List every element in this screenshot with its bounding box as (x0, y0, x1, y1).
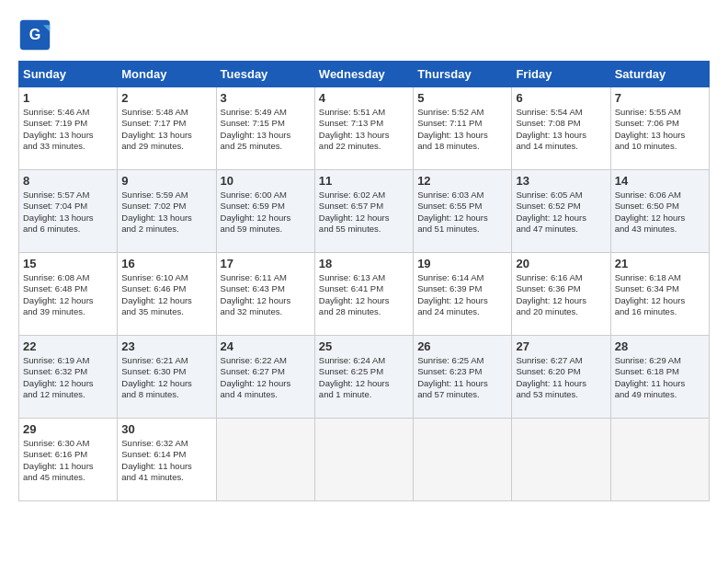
day-cell-3: 3Sunrise: 5:49 AM Sunset: 7:15 PM Daylig… (216, 87, 314, 170)
col-header-saturday: Saturday (610, 62, 709, 87)
day-info: Sunrise: 6:14 AM Sunset: 6:39 PM Dayligh… (417, 272, 507, 317)
day-info: Sunrise: 5:46 AM Sunset: 7:19 PM Dayligh… (23, 107, 113, 152)
day-cell-21: 21Sunrise: 6:18 AM Sunset: 6:34 PM Dayli… (610, 253, 709, 336)
day-info: Sunrise: 5:57 AM Sunset: 7:04 PM Dayligh… (23, 190, 113, 235)
day-cell-12: 12Sunrise: 6:03 AM Sunset: 6:55 PM Dayli… (414, 170, 512, 253)
day-info: Sunrise: 6:24 AM Sunset: 6:25 PM Dayligh… (319, 355, 409, 400)
day-info: Sunrise: 6:30 AM Sunset: 6:16 PM Dayligh… (23, 438, 113, 483)
day-number: 17 (221, 257, 311, 270)
col-header-sunday: Sunday (19, 62, 118, 87)
day-cell-27: 27Sunrise: 6:27 AM Sunset: 6:20 PM Dayli… (512, 336, 610, 419)
day-cell-5: 5Sunrise: 5:52 AM Sunset: 7:11 PM Daylig… (414, 87, 512, 170)
day-cell-20: 20Sunrise: 6:16 AM Sunset: 6:36 PM Dayli… (512, 253, 610, 336)
empty-cell (314, 419, 413, 501)
day-info: Sunrise: 6:29 AM Sunset: 6:18 PM Dayligh… (615, 355, 705, 400)
day-number: 28 (615, 339, 705, 353)
svg-text:G: G (29, 26, 41, 42)
logo: G (18, 18, 55, 52)
day-number: 6 (516, 91, 606, 105)
day-cell-14: 14Sunrise: 6:06 AM Sunset: 6:50 PM Dayli… (610, 170, 709, 253)
day-info: Sunrise: 6:10 AM Sunset: 6:46 PM Dayligh… (121, 272, 211, 317)
day-cell-15: 15Sunrise: 6:08 AM Sunset: 6:48 PM Dayli… (19, 253, 118, 336)
day-info: Sunrise: 5:48 AM Sunset: 7:17 PM Dayligh… (121, 107, 211, 152)
day-cell-29: 29Sunrise: 6:30 AM Sunset: 6:16 PM Dayli… (19, 419, 118, 501)
day-number: 21 (615, 257, 705, 270)
day-number: 14 (615, 174, 705, 188)
day-cell-17: 17Sunrise: 6:11 AM Sunset: 6:43 PM Dayli… (216, 253, 314, 336)
day-number: 19 (417, 257, 507, 270)
day-number: 25 (319, 339, 409, 353)
day-cell-11: 11Sunrise: 6:02 AM Sunset: 6:57 PM Dayli… (314, 170, 413, 253)
page-header: G (18, 18, 710, 52)
day-info: Sunrise: 5:51 AM Sunset: 7:13 PM Dayligh… (319, 107, 409, 152)
day-cell-18: 18Sunrise: 6:13 AM Sunset: 6:41 PM Dayli… (314, 253, 413, 336)
day-info: Sunrise: 6:13 AM Sunset: 6:41 PM Dayligh… (319, 272, 409, 317)
day-info: Sunrise: 6:22 AM Sunset: 6:27 PM Dayligh… (221, 355, 311, 400)
day-info: Sunrise: 6:19 AM Sunset: 6:32 PM Dayligh… (23, 355, 113, 400)
day-number: 8 (23, 174, 113, 188)
day-cell-24: 24Sunrise: 6:22 AM Sunset: 6:27 PM Dayli… (216, 336, 314, 419)
day-number: 1 (23, 91, 113, 105)
day-number: 30 (121, 422, 211, 436)
day-number: 5 (417, 91, 507, 105)
day-info: Sunrise: 6:03 AM Sunset: 6:55 PM Dayligh… (417, 190, 507, 235)
day-info: Sunrise: 6:11 AM Sunset: 6:43 PM Dayligh… (221, 272, 311, 317)
day-cell-13: 13Sunrise: 6:05 AM Sunset: 6:52 PM Dayli… (512, 170, 610, 253)
day-cell-22: 22Sunrise: 6:19 AM Sunset: 6:32 PM Dayli… (19, 336, 118, 419)
day-cell-19: 19Sunrise: 6:14 AM Sunset: 6:39 PM Dayli… (414, 253, 512, 336)
week-row-2: 8Sunrise: 5:57 AM Sunset: 7:04 PM Daylig… (19, 170, 710, 253)
day-number: 18 (319, 257, 409, 270)
col-header-friday: Friday (512, 62, 610, 87)
calendar-table: SundayMondayTuesdayWednesdayThursdayFrid… (18, 61, 710, 501)
day-cell-7: 7Sunrise: 5:55 AM Sunset: 7:06 PM Daylig… (610, 87, 709, 170)
week-row-3: 15Sunrise: 6:08 AM Sunset: 6:48 PM Dayli… (19, 253, 710, 336)
day-info: Sunrise: 6:02 AM Sunset: 6:57 PM Dayligh… (319, 190, 409, 235)
day-cell-30: 30Sunrise: 6:32 AM Sunset: 6:14 PM Dayli… (118, 419, 216, 501)
day-info: Sunrise: 6:00 AM Sunset: 6:59 PM Dayligh… (221, 190, 311, 235)
day-cell-25: 25Sunrise: 6:24 AM Sunset: 6:25 PM Dayli… (314, 336, 413, 419)
day-number: 15 (23, 257, 113, 270)
day-number: 16 (121, 257, 211, 270)
empty-cell (216, 419, 314, 501)
day-info: Sunrise: 5:52 AM Sunset: 7:11 PM Dayligh… (417, 107, 507, 152)
day-number: 3 (221, 91, 311, 105)
day-number: 11 (319, 174, 409, 188)
day-cell-28: 28Sunrise: 6:29 AM Sunset: 6:18 PM Dayli… (610, 336, 709, 419)
day-number: 4 (319, 91, 409, 105)
week-row-4: 22Sunrise: 6:19 AM Sunset: 6:32 PM Dayli… (19, 336, 710, 419)
day-cell-9: 9Sunrise: 5:59 AM Sunset: 7:02 PM Daylig… (118, 170, 216, 253)
col-header-thursday: Thursday (414, 62, 512, 87)
day-cell-8: 8Sunrise: 5:57 AM Sunset: 7:04 PM Daylig… (19, 170, 118, 253)
day-number: 23 (121, 339, 211, 353)
day-number: 12 (417, 174, 507, 188)
day-info: Sunrise: 6:25 AM Sunset: 6:23 PM Dayligh… (417, 355, 507, 400)
day-number: 13 (516, 174, 606, 188)
col-header-monday: Monday (118, 62, 216, 87)
day-cell-26: 26Sunrise: 6:25 AM Sunset: 6:23 PM Dayli… (414, 336, 512, 419)
empty-cell (414, 419, 512, 501)
day-number: 22 (23, 339, 113, 353)
day-info: Sunrise: 5:55 AM Sunset: 7:06 PM Dayligh… (615, 107, 705, 152)
day-info: Sunrise: 5:59 AM Sunset: 7:02 PM Dayligh… (121, 190, 211, 235)
week-row-1: 1Sunrise: 5:46 AM Sunset: 7:19 PM Daylig… (19, 87, 710, 170)
day-info: Sunrise: 6:16 AM Sunset: 6:36 PM Dayligh… (516, 272, 606, 317)
day-info: Sunrise: 6:05 AM Sunset: 6:52 PM Dayligh… (516, 190, 606, 235)
day-info: Sunrise: 6:21 AM Sunset: 6:30 PM Dayligh… (121, 355, 211, 400)
day-number: 2 (121, 91, 211, 105)
day-cell-16: 16Sunrise: 6:10 AM Sunset: 6:46 PM Dayli… (118, 253, 216, 336)
empty-cell (512, 419, 610, 501)
day-number: 27 (516, 339, 606, 353)
day-number: 24 (221, 339, 311, 353)
day-number: 10 (221, 174, 311, 188)
day-cell-10: 10Sunrise: 6:00 AM Sunset: 6:59 PM Dayli… (216, 170, 314, 253)
day-cell-2: 2Sunrise: 5:48 AM Sunset: 7:17 PM Daylig… (118, 87, 216, 170)
day-info: Sunrise: 6:32 AM Sunset: 6:14 PM Dayligh… (121, 438, 211, 483)
day-number: 9 (121, 174, 211, 188)
col-header-tuesday: Tuesday (216, 62, 314, 87)
day-info: Sunrise: 5:54 AM Sunset: 7:08 PM Dayligh… (516, 107, 606, 152)
logo-icon: G (18, 18, 51, 52)
day-cell-23: 23Sunrise: 6:21 AM Sunset: 6:30 PM Dayli… (118, 336, 216, 419)
day-cell-1: 1Sunrise: 5:46 AM Sunset: 7:19 PM Daylig… (19, 87, 118, 170)
day-info: Sunrise: 6:27 AM Sunset: 6:20 PM Dayligh… (516, 355, 606, 400)
day-cell-4: 4Sunrise: 5:51 AM Sunset: 7:13 PM Daylig… (314, 87, 413, 170)
